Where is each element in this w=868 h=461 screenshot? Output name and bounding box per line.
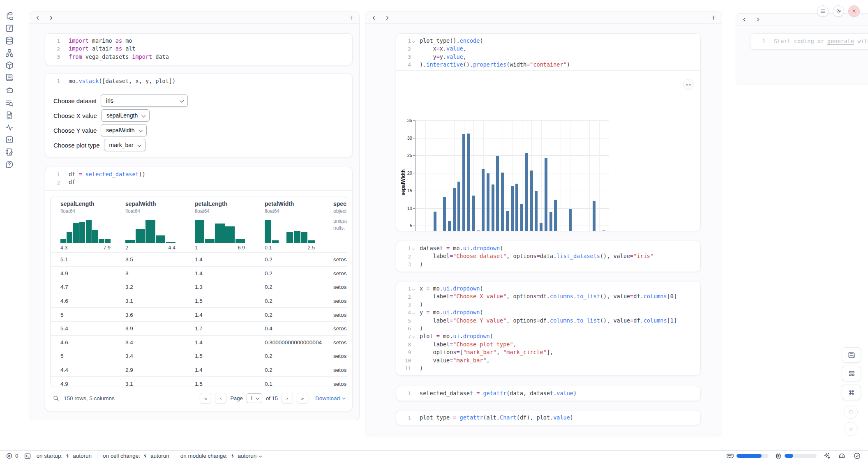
page-label: Page xyxy=(230,395,242,401)
code-line: 4).interactive().properties(width="conta… xyxy=(396,61,700,69)
histogram-bar xyxy=(235,239,245,243)
line-number: 8 xyxy=(396,341,415,348)
line-number: 3 xyxy=(396,260,415,268)
code-editor[interactable]: 1import marimo as mo2import altair as al… xyxy=(45,34,352,64)
code-editor[interactable]: 1df = selected_dataset()2df xyxy=(45,167,352,190)
column-right-arrow-icon[interactable] xyxy=(755,16,761,22)
file-text-icon[interactable] xyxy=(5,111,14,120)
shutdown-close-icon[interactable] xyxy=(848,5,860,17)
cell-dataset-dropdown: 1dataset = mo.ui.dropdown(2 label="Choos… xyxy=(396,241,701,272)
code-editor[interactable]: 1plot_type().encode(2 x=x.value,3 y=y.va… xyxy=(396,34,700,72)
list-search-icon[interactable] xyxy=(5,99,14,108)
database-icon[interactable] xyxy=(5,36,14,45)
table-cell: setosa xyxy=(333,298,347,304)
cell-plot: 1plot_type().encode(2 x=x.value,3 y=y.va… xyxy=(396,33,701,231)
on-startup-toggle[interactable]: on startup: autorun xyxy=(37,453,92,459)
file-tree-icon[interactable] xyxy=(5,12,14,21)
cpu-usage xyxy=(775,452,817,460)
cell-empty[interactable]: 1 Start coding or generate with xyxy=(750,33,868,50)
last-page-button[interactable]: » xyxy=(297,393,308,403)
function-square-icon[interactable]: f xyxy=(5,24,14,33)
workflow-icon[interactable] xyxy=(5,48,14,58)
line-number: 5 xyxy=(396,317,415,325)
on-module-change-toggle[interactable]: on module change: autorun xyxy=(180,453,262,459)
table-cell: 3.4 xyxy=(125,339,133,345)
run-play-icon[interactable] xyxy=(844,422,858,436)
code-editor[interactable]: 1mo.vstack([dataset, x, y, plot]) xyxy=(45,74,352,88)
download-link[interactable]: Download xyxy=(315,395,345,401)
column-left-arrow-icon[interactable] xyxy=(35,15,40,21)
column-right-arrow-icon[interactable] xyxy=(48,15,54,21)
connection-status-check-icon[interactable] xyxy=(853,452,862,461)
ai-sparkles-icon[interactable] xyxy=(823,452,832,461)
histogram-bar xyxy=(272,240,279,243)
chart-bar xyxy=(477,230,480,231)
choose-plot-type-select[interactable]: mark_bar xyxy=(104,139,145,151)
copilot-icon[interactable] xyxy=(838,452,847,461)
chart-bar xyxy=(482,169,485,231)
errors-indicator[interactable]: 0 xyxy=(6,452,18,459)
line-number: 1 xyxy=(396,414,415,422)
code-editor[interactable]: 1x = mo.ui.dropdown(2 label="Choose X va… xyxy=(396,281,700,376)
cell-imports: 1import marimo as mo2import altair as al… xyxy=(45,33,353,65)
code-editor[interactable]: 1selected_dataset = getattr(data, datase… xyxy=(396,386,700,401)
next-page-button[interactable]: › xyxy=(282,393,293,403)
stop-icon[interactable] xyxy=(844,405,858,419)
page-select[interactable]: 1 xyxy=(247,393,262,403)
help-message-icon[interactable] xyxy=(5,160,14,169)
notebook-pen-icon[interactable] xyxy=(5,148,14,157)
code-line: 1plot_type().encode( xyxy=(396,37,700,45)
line-number: 1 xyxy=(45,171,64,178)
code-editor[interactable]: 1plot_type = getattr(alt.Chart(df), plot… xyxy=(396,410,700,425)
line-number: 1 xyxy=(396,390,415,397)
add-cell-icon[interactable] xyxy=(711,15,717,21)
terminal-icon[interactable] xyxy=(24,452,31,460)
choose-y-value-select[interactable]: sepalWidth xyxy=(101,124,146,136)
status-bar: 0 on startup: autorun on cell change: au… xyxy=(0,450,868,461)
table-row: 4.42.91.40.2setosa xyxy=(51,363,347,377)
lightning-icon xyxy=(143,453,148,459)
line-number: 4 xyxy=(396,309,415,316)
choose-dataset-select[interactable]: iris xyxy=(101,95,188,107)
settings-gear-icon[interactable] xyxy=(833,5,844,17)
table-footer: 150 rows, 5 columns « ‹ Page 1 of 15 › »… xyxy=(50,389,347,407)
line-number: 1 xyxy=(45,37,64,45)
menu-icon[interactable] xyxy=(817,5,829,17)
choose-x-value-select[interactable]: sepalLength xyxy=(101,109,150,122)
chart-bar xyxy=(549,212,552,231)
first-page-button[interactable]: « xyxy=(200,393,211,403)
chart-bar xyxy=(545,158,547,231)
search-icon[interactable] xyxy=(53,395,60,402)
vstack-output: Choose datasetirisChoose X valuesepalLen… xyxy=(45,89,352,154)
activity-icon[interactable] xyxy=(5,123,14,132)
column-left-arrow-icon[interactable] xyxy=(742,16,747,22)
generate-with-ai-link[interactable]: generate xyxy=(827,38,854,44)
column-1-panel: 1import marimo as mo2import altair as al… xyxy=(29,12,360,420)
table-cell: 1.4 xyxy=(195,367,203,373)
control-label: Choose plot type xyxy=(53,142,100,149)
on-cell-change-toggle[interactable]: on cell change: autorun xyxy=(103,453,169,459)
save-icon[interactable] xyxy=(842,347,861,363)
code-editor[interactable]: 1dataset = mo.ui.dropdown(2 label="Choos… xyxy=(396,241,700,272)
code-square-icon[interactable] xyxy=(5,135,14,144)
keyboard-shortcuts-command-icon[interactable] xyxy=(842,385,861,400)
line-number: 3 xyxy=(396,301,415,309)
prev-page-button[interactable]: ‹ xyxy=(215,393,226,403)
line-number: 2 xyxy=(396,252,415,260)
scroll-text-icon[interactable] xyxy=(5,73,14,82)
column-2-panel: 1plot_type().encode(2 x=x.value,3 y=y.va… xyxy=(365,12,722,436)
column-histogram xyxy=(125,219,175,243)
layout-panels-icon[interactable] xyxy=(842,366,861,381)
error-count: 0 xyxy=(15,453,18,459)
line-number: 10 xyxy=(396,357,415,364)
package-icon[interactable] xyxy=(5,61,14,70)
add-cell-icon[interactable] xyxy=(348,15,354,21)
control-row: Choose plot typemark_bar xyxy=(53,139,352,151)
column-right-arrow-icon[interactable] xyxy=(385,15,390,21)
chart-options-icon[interactable]: ●● xyxy=(683,79,694,90)
column-left-arrow-icon[interactable] xyxy=(371,15,376,21)
histogram-bar xyxy=(92,230,98,243)
histogram-bar xyxy=(60,239,66,243)
chart-plot-area[interactable]: 051015202530354.04.24.44.64.85.05.25.45.… xyxy=(415,121,609,231)
bot-message-icon[interactable] xyxy=(5,86,14,95)
